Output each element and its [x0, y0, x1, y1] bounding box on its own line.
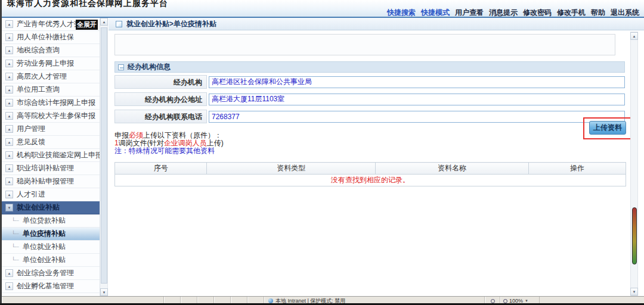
- collapse-arrow-icon[interactable]: [5, 282, 13, 290]
- link-quick-search[interactable]: 快捷搜索: [387, 8, 416, 17]
- breadcrumb-bar: 就业创业补贴>单位疫情补贴: [109, 18, 644, 30]
- sidebar-item-job-stability-subsidy[interactable]: 稳岗补贴申报管理: [2, 175, 100, 188]
- collapse-arrow-icon[interactable]: [5, 86, 13, 94]
- status-segment: [247, 297, 264, 303]
- status-segment: [214, 297, 231, 303]
- materials-table: 序号 资料类型 资料名称 操作 没有查找到相应的记录。: [114, 162, 626, 186]
- form-row-agency: 经办机构: [114, 75, 625, 89]
- tree-branch-icon: [11, 217, 19, 224]
- sidebar-item-user-management[interactable]: 用户管理: [2, 123, 100, 136]
- table-header-row: 序号 资料类型 资料名称 操作: [115, 163, 626, 175]
- column-header-actions: 操作: [529, 163, 626, 175]
- status-segment: [197, 297, 214, 303]
- collapse-arrow-icon[interactable]: [5, 178, 13, 185]
- link-change-password[interactable]: 修改密码: [523, 8, 552, 17]
- status-segment: [164, 297, 181, 303]
- security-zone-indicator: 本地 Intranet | 保护模式: 禁用: [264, 297, 485, 303]
- collapse-arrow-icon[interactable]: [5, 46, 13, 54]
- collapse-arrow-icon[interactable]: [5, 164, 13, 172]
- collapse-arrow-icon[interactable]: [5, 125, 13, 133]
- magnifier-icon: [503, 299, 507, 303]
- status-icon-segment: [485, 297, 500, 303]
- sidebar-item-labor-online-declare[interactable]: 劳动业务网上申报: [2, 57, 100, 70]
- sidebar-menu: 产业青年优秀人才奖励 全展开 用人单位补缴社保 地税综合查询 劳动业务网上申报 …: [2, 18, 100, 296]
- agency-name-input[interactable]: [209, 76, 625, 88]
- collapse-arrow-icon[interactable]: [5, 73, 13, 80]
- expand-all-button[interactable]: 全展开: [76, 20, 98, 30]
- empty-panel: [114, 34, 615, 55]
- link-quick-mode[interactable]: 快捷模式: [421, 8, 450, 17]
- link-change-phone[interactable]: 修改手机: [557, 8, 586, 17]
- collapse-arrow-icon[interactable]: [5, 33, 13, 41]
- sidebar-item-training-subsidy[interactable]: 职业培训补贴管理: [2, 162, 100, 175]
- sidebar-item-incubation-base-management[interactable]: 创业孵化基地管理: [2, 280, 100, 293]
- collapse-arrow-icon[interactable]: [5, 99, 13, 107]
- field-label-agency-phone: 经办机构联系电话: [114, 110, 207, 123]
- globe-icon: [268, 298, 273, 303]
- tree-branch-icon: [11, 257, 19, 263]
- collapse-arrow-icon[interactable]: [5, 112, 13, 120]
- collapse-arrow-icon[interactable]: [5, 138, 13, 146]
- sidebar-item-feedback[interactable]: 意见反馈: [2, 136, 100, 149]
- sidebar-subitem-unit-epidemic-subsidy[interactable]: 单位疫情补贴: [2, 228, 100, 241]
- expand-arrow-icon[interactable]: [5, 204, 13, 211]
- column-header-material-type: 资料类型: [207, 163, 376, 175]
- sidebar-item-talent-introduction[interactable]: 人才引进: [2, 188, 100, 201]
- collapse-arrow-icon[interactable]: [5, 20, 13, 28]
- sidebar-subitem-unit-startup-subsidy[interactable]: 单位创业补贴: [2, 254, 100, 267]
- collapse-arrow-icon[interactable]: [5, 191, 13, 198]
- sidebar-item-tax-query[interactable]: 地税综合查询: [2, 44, 100, 57]
- scroll-up-icon[interactable]: [630, 32, 638, 40]
- required-materials-notes: 申报必须上传以下资料（原件）： 1调岗文件(针对企业调岗人员上传) 注：特殊情况…: [114, 132, 224, 155]
- content-area: 经办机构信息 经办机构 经办机构办公地址 经办机构联系电话 上传资料 申报必须上…: [109, 30, 644, 296]
- main-panel: 就业创业补贴>单位疫情补贴 经办机构信息 经办机构 经办机构办公地址 经办机构联…: [109, 18, 644, 296]
- browser-status-bar: 本地 Intranet | 保护模式: 禁用 100% ▼: [2, 296, 644, 303]
- scroll-down-icon[interactable]: [100, 288, 108, 296]
- zoom-level-control[interactable]: 100% ▼: [500, 297, 540, 303]
- status-segment: [231, 297, 247, 303]
- link-message-alerts[interactable]: 消息提示: [489, 8, 518, 17]
- link-user-view[interactable]: 用户查看: [455, 8, 484, 17]
- status-segment: [2, 297, 164, 303]
- collapse-arrow-icon[interactable]: [5, 151, 13, 159]
- agency-address-input[interactable]: [209, 94, 625, 105]
- sidebar-subitem-unit-employment-subsidy[interactable]: 单位就业补贴: [2, 241, 100, 254]
- column-header-material-name: 资料名称: [376, 163, 529, 175]
- sidebar-item-employer-social-security[interactable]: 用人单位补缴社保: [2, 31, 100, 44]
- sidebar-item-industry-youth-talent-award[interactable]: 产业青年优秀人才奖励 全展开: [2, 18, 100, 31]
- collapse-box-icon[interactable]: [118, 64, 124, 70]
- top-header: 珠海市人力资源和社会保障网上服务平台 快捷搜索 快捷模式 用户查看 消息提示 修…: [2, 0, 644, 17]
- collapse-arrow-icon[interactable]: [5, 60, 13, 67]
- sidebar-item-college-student-insurance[interactable]: 高等院校大学生参保申报: [2, 110, 100, 123]
- scrollbar-thumb[interactable]: [101, 27, 107, 284]
- sidebar-item-skill-appraisal[interactable]: 机构职业技能鉴定网上申报: [2, 149, 100, 162]
- link-logout[interactable]: 退出系统: [611, 8, 639, 17]
- header-quick-links: 快捷搜索 快捷模式 用户查看 消息提示 修改密码 修改手机 帮助 退出系统: [387, 8, 639, 17]
- link-help[interactable]: 帮助: [591, 8, 605, 17]
- status-segment: [181, 297, 197, 303]
- sidebar-item-high-level-talent[interactable]: 高层次人才管理: [2, 70, 100, 83]
- collapse-arrow-icon[interactable]: [5, 269, 13, 277]
- chevron-down-icon: ▼: [525, 299, 528, 303]
- tree-branch-icon: [11, 244, 19, 250]
- upload-materials-button[interactable]: 上传资料: [589, 121, 626, 135]
- form-row-agency-address: 经办机构办公地址: [114, 92, 625, 106]
- form-row-agency-phone: 经办机构联系电话: [114, 110, 625, 123]
- sidebar-item-annual-report[interactable]: 市综合统计年报网上申报: [2, 97, 100, 110]
- breadcrumb: 就业创业补贴>单位疫情补贴: [126, 19, 216, 29]
- content-scrollbar[interactable]: [630, 32, 638, 296]
- page-title: 珠海市人力资源和社会保障网上服务平台: [7, 0, 168, 9]
- sidebar-item-unit-employment-query[interactable]: 单位用工查询: [2, 83, 100, 97]
- magnifier-icon: [491, 299, 495, 303]
- field-label-agency-address: 经办机构办公地址: [114, 92, 207, 106]
- field-label-agency: 经办机构: [114, 75, 207, 89]
- sidebar-item-startup-business-management[interactable]: 创业综合业务管理: [2, 267, 100, 280]
- sidebar-subitem-unit-loan-subsidy[interactable]: 单位贷款补贴: [2, 214, 100, 228]
- sidebar-item-employment-startup-subsidy[interactable]: 就业创业补贴: [2, 201, 100, 214]
- scroll-down-icon[interactable]: [630, 288, 638, 295]
- sidebar-scrollbar[interactable]: [100, 18, 108, 296]
- scrollbar-thumb[interactable]: [632, 207, 637, 264]
- page-icon: [116, 21, 122, 27]
- scroll-up-icon[interactable]: [100, 18, 108, 26]
- agency-phone-input[interactable]: [209, 111, 625, 123]
